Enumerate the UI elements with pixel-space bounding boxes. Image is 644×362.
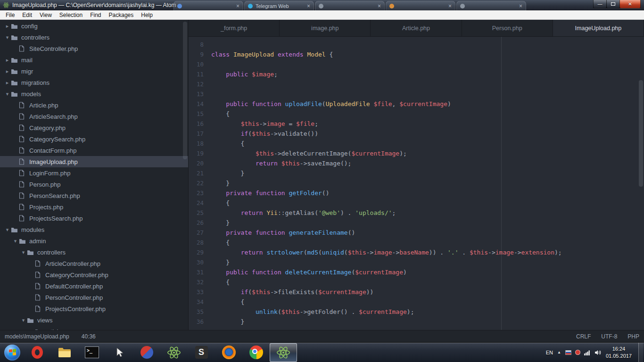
- tree-file-defaultcontroller.php[interactable]: DefaultController.php: [0, 280, 188, 292]
- chevron-right-icon[interactable]: ▸: [4, 57, 11, 63]
- media-app-icon[interactable]: [133, 343, 160, 362]
- atom-icon[interactable]: [160, 343, 188, 362]
- menu-view[interactable]: View: [36, 10, 56, 20]
- start-button[interactable]: [1, 343, 24, 362]
- close-button[interactable]: ✕: [619, 0, 641, 8]
- code-text[interactable]: private function generateFilename(): [211, 228, 355, 238]
- hidden-icons-icon[interactable]: ▲: [557, 350, 561, 354]
- code-text[interactable]: {: [211, 198, 230, 208]
- alert-icon[interactable]: [575, 350, 580, 355]
- code-text[interactable]: class ImageUpload extends Model {: [211, 49, 333, 59]
- flag-icon[interactable]: [565, 350, 571, 355]
- background-browser-tab[interactable]: ×: [173, 1, 243, 10]
- tree-folder-models[interactable]: ▾models: [0, 88, 188, 99]
- code-text[interactable]: public $image;: [211, 69, 278, 79]
- explorer-icon[interactable]: [51, 343, 78, 362]
- tree-file-projects.php[interactable]: Projects.php: [0, 201, 188, 213]
- menu-find[interactable]: Find: [86, 10, 105, 20]
- volume-icon[interactable]: [594, 350, 602, 355]
- tree-scrollbar[interactable]: [183, 22, 187, 159]
- network-icon[interactable]: [584, 350, 591, 355]
- firefox-icon[interactable]: [215, 343, 242, 362]
- grammar-indicator[interactable]: PHP: [627, 333, 639, 340]
- background-browser-tab[interactable]: ×: [386, 1, 455, 10]
- background-browser-tab[interactable]: Telegram Web×: [244, 1, 314, 10]
- code-text[interactable]: {: [211, 297, 244, 307]
- tree-folder-controllers[interactable]: ▾controllers: [0, 32, 188, 43]
- show-desktop-button[interactable]: [638, 343, 643, 362]
- line-ending-indicator[interactable]: CRLF: [576, 333, 591, 340]
- code-text[interactable]: if($this->fileExists($currentImage)): [211, 287, 373, 297]
- code-text[interactable]: private function getFolder(): [211, 188, 330, 198]
- code-text[interactable]: }: [211, 257, 230, 267]
- code-text[interactable]: }: [211, 218, 230, 228]
- code-text[interactable]: {: [211, 238, 230, 247]
- tree-folder-controllers[interactable]: ▾controllers: [0, 247, 188, 258]
- code-text[interactable]: {: [211, 109, 230, 119]
- pointer-tool-icon[interactable]: [106, 343, 133, 362]
- tree-file-loginform.php[interactable]: LoginForm.php: [0, 167, 188, 179]
- opera-icon[interactable]: [24, 343, 51, 362]
- code-text[interactable]: {: [211, 277, 230, 287]
- tree-file-categorycontroller.php[interactable]: CategoryController.php: [0, 269, 188, 280]
- tab-image.php[interactable]: image.php: [280, 20, 371, 36]
- code-text[interactable]: }: [211, 178, 230, 188]
- code-text[interactable]: public function deleteCurrentImage($curr…: [211, 267, 407, 277]
- code-text[interactable]: }: [211, 168, 244, 178]
- tree-file-person.php[interactable]: Person.php: [0, 179, 188, 190]
- tree-folder-mail[interactable]: ▸mail: [0, 54, 188, 66]
- menu-packages[interactable]: Packages: [105, 10, 138, 20]
- editor-scrollbar[interactable]: [639, 80, 643, 187]
- tree-file-articlecontroller.php[interactable]: ArticleController.php: [0, 258, 188, 269]
- tab-imageupload.php[interactable]: ImageUpload.php: [553, 20, 644, 36]
- tree-folder-migr[interactable]: ▸migr: [0, 66, 188, 77]
- tab-article.php[interactable]: Article.php: [371, 20, 462, 36]
- sublime-text-icon[interactable]: S: [188, 343, 215, 362]
- background-browser-tab[interactable]: ×: [315, 1, 385, 10]
- encoding-indicator[interactable]: UTF-8: [601, 333, 617, 340]
- tree-folder-migrations[interactable]: ▸migrations: [0, 77, 188, 88]
- cursor-position[interactable]: 40:36: [82, 333, 96, 340]
- tab-close-icon[interactable]: ×: [307, 3, 310, 9]
- tree-file-imageupload.php[interactable]: ImageUpload.php: [0, 156, 188, 167]
- chevron-down-icon[interactable]: ▾: [4, 227, 11, 233]
- chevron-right-icon[interactable]: ▸: [28, 329, 35, 330]
- tree-folder-admin[interactable]: ▾admin: [0, 235, 188, 247]
- menu-file[interactable]: File: [2, 10, 18, 20]
- code-text[interactable]: return strtolower(md5(uniqid($this->imag…: [211, 247, 562, 257]
- tree-file-sitecontroller.php[interactable]: SiteController.php: [0, 43, 188, 54]
- tree-file-projectssearch.php[interactable]: ProjectsSearch.php: [0, 213, 188, 224]
- chevron-down-icon[interactable]: ▾: [4, 34, 11, 41]
- tree-file-projectscontroller.php[interactable]: ProjectsController.php: [0, 303, 188, 314]
- tab--form.php[interactable]: _form.php: [189, 20, 280, 36]
- chevron-down-icon[interactable]: ▾: [20, 317, 27, 323]
- tab-close-icon[interactable]: ×: [448, 3, 452, 9]
- tree-file-personcontroller.php[interactable]: PersonController.php: [0, 292, 188, 303]
- menu-help[interactable]: Help: [137, 10, 157, 20]
- minimize-button[interactable]: —: [593, 0, 607, 8]
- tree-file-category.php[interactable]: Category.php: [0, 122, 188, 133]
- menu-edit[interactable]: Edit: [18, 10, 36, 20]
- language-indicator[interactable]: EN: [546, 350, 553, 355]
- terminal-icon[interactable]: >_: [78, 343, 106, 362]
- chevron-right-icon[interactable]: ▸: [4, 80, 11, 86]
- chevron-down-icon[interactable]: ▾: [12, 238, 19, 244]
- tree-file-contactform.php[interactable]: ContactForm.php: [0, 145, 188, 156]
- clock[interactable]: 16:24 01.05.2017: [606, 346, 632, 359]
- code-text[interactable]: {: [211, 139, 244, 148]
- tab-close-icon[interactable]: ×: [236, 3, 239, 9]
- maximize-button[interactable]: [606, 0, 620, 8]
- code-area[interactable]: 89class ImageUpload extends Model {1011 …: [189, 37, 644, 330]
- tree-file-personsearch.php[interactable]: PersonSearch.php: [0, 190, 188, 201]
- code-text[interactable]: if($this->validate()): [211, 129, 318, 139]
- code-text[interactable]: $this->deleteCurrentImage($currentImage)…: [211, 148, 407, 158]
- chevron-down-icon[interactable]: ▾: [4, 91, 11, 97]
- chevron-down-icon[interactable]: ▾: [20, 249, 27, 255]
- code-text[interactable]: $this->image = $file;: [211, 119, 318, 129]
- tree-file-articlesearch.php[interactable]: ArticleSearch.php: [0, 111, 188, 122]
- tree-file-article.php[interactable]: Article.php: [0, 99, 188, 111]
- tree-folder-views[interactable]: ▾views: [0, 314, 188, 326]
- chevron-right-icon[interactable]: ▸: [4, 68, 11, 74]
- tree-file-categorysearch.php[interactable]: CategorySearch.php: [0, 133, 188, 145]
- code-text[interactable]: }: [211, 317, 244, 327]
